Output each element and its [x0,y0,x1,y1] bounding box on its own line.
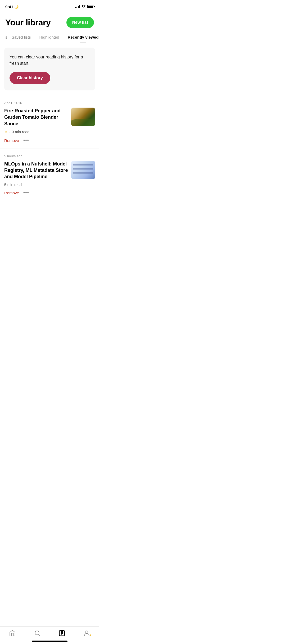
tab-recently-viewed[interactable]: Recently viewed [64,32,99,43]
article-list: Apr 1, 2016 Fire-Roasted Pepper and Gard… [0,96,99,201]
status-time: 9:41 🌙 [5,4,19,9]
history-description: You can clear your reading history for a… [10,54,90,67]
tab-highlighted[interactable]: Highlighted [35,32,64,43]
article-item: Apr 1, 2016 Fire-Roasted Pepper and Gard… [0,96,99,149]
remove-button[interactable]: Remove [4,191,19,195]
wifi-icon [82,5,86,9]
article-date: 5 hours ago [4,154,95,158]
battery-icon [87,5,94,8]
read-time: 5 min read [4,183,22,187]
clear-history-button[interactable]: Clear history [10,72,50,84]
article-meta: 5 min read [4,183,68,187]
tabs-bar: s Saved lists Highlighted Recently viewe… [0,32,99,43]
article-item: 5 hours ago MLOps in a Nutshell: Model R… [0,149,99,201]
more-options-button[interactable]: ••• [23,138,29,143]
article-actions: Remove ••• [4,190,95,196]
read-time: 3 min read [12,130,29,134]
star-icon: ✦ [4,130,8,135]
status-bar: 9:41 🌙 [0,0,99,12]
remove-button[interactable]: Remove [4,138,19,143]
history-card: You can clear your reading history for a… [4,48,95,90]
signal-icon [75,5,80,8]
moon-icon: 🌙 [14,5,19,9]
new-list-button[interactable]: New list [66,17,94,28]
header: Your library New list [0,12,99,32]
article-info: MLOps in a Nutshell: Model Registry, ML … [4,161,68,187]
article-actions: Remove ••• [4,138,95,143]
more-options-button[interactable]: ••• [23,190,29,196]
article-thumbnail [71,161,95,179]
page-title: Your library [5,18,51,27]
article-meta: ✦ · 3 min read [4,130,68,135]
article-content: MLOps in a Nutshell: Model Registry, ML … [4,161,95,187]
article-date: Apr 1, 2016 [4,101,95,105]
article-title[interactable]: MLOps in a Nutshell: Model Registry, ML … [4,161,68,180]
tab-partial: s [4,32,7,43]
article-title[interactable]: Fire-Roasted Pepper and Garden Tomato Bl… [4,108,68,127]
tab-saved-lists[interactable]: Saved lists [7,32,35,43]
article-info: Fire-Roasted Pepper and Garden Tomato Bl… [4,108,68,135]
article-thumbnail [71,108,95,126]
status-icons [75,5,94,9]
article-content: Fire-Roasted Pepper and Garden Tomato Bl… [4,108,95,135]
